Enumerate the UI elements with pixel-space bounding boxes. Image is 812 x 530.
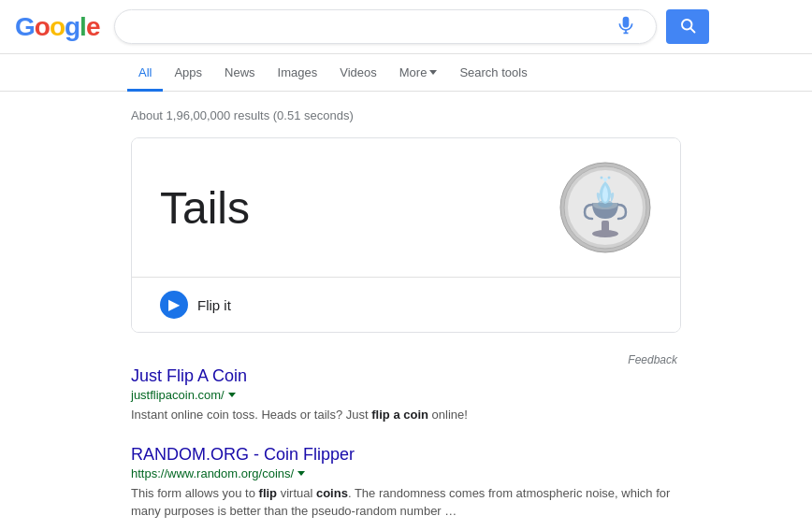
- search-results: Just Flip A Coin justflipacoin.com/ Inst…: [131, 366, 681, 521]
- google-logo: Google: [15, 12, 99, 42]
- tab-apps[interactable]: Apps: [163, 54, 213, 92]
- logo-l: l: [80, 12, 86, 41]
- chevron-down-icon: [429, 70, 437, 75]
- result-snippet-2: This form allows you to flip virtual coi…: [131, 484, 681, 521]
- logo-g2: g: [65, 12, 80, 41]
- logo-g: G: [15, 12, 35, 41]
- svg-line-1: [691, 28, 695, 32]
- url-dropdown-icon-1[interactable]: [228, 393, 236, 397]
- result-title-1[interactable]: Just Flip A Coin: [131, 366, 681, 386]
- result-url-1: justflipacoin.com/: [131, 388, 225, 402]
- svg-point-10: [608, 177, 611, 179]
- result-title-2[interactable]: RANDOM.ORG - Coin Flipper: [131, 445, 681, 465]
- tab-more[interactable]: More: [388, 54, 449, 92]
- search-input[interactable]: Flip a coin: [128, 19, 616, 36]
- microphone-icon[interactable]: [616, 16, 635, 37]
- tab-news[interactable]: News: [213, 54, 267, 92]
- coin-flip-widget: Tails: [131, 137, 681, 333]
- tab-videos[interactable]: Videos: [328, 54, 388, 92]
- results-count: About 1,96,00,000 results (0.51 seconds): [131, 108, 681, 122]
- svg-point-9: [601, 177, 603, 179]
- logo-o1: o: [35, 12, 50, 41]
- result-url-row-2: https://www.random.org/coins/: [131, 466, 681, 480]
- feedback-link[interactable]: Feedback: [628, 353, 677, 366]
- main-content: About 1,96,00,000 results (0.51 seconds)…: [0, 92, 812, 530]
- tab-images[interactable]: Images: [267, 54, 329, 92]
- coin-display: Tails: [132, 138, 680, 277]
- result-url-row-1: justflipacoin.com/: [131, 388, 681, 402]
- search-button[interactable]: [666, 9, 709, 44]
- nav-tabs: All Apps News Images Videos More Search …: [0, 54, 812, 92]
- logo-e: e: [86, 12, 100, 41]
- search-result-2: RANDOM.ORG - Coin Flipper https://www.ra…: [131, 445, 681, 521]
- tab-all[interactable]: All: [127, 54, 163, 92]
- flip-it-label[interactable]: Flip it: [197, 297, 231, 313]
- coin-action-row: ▶ Flip it: [132, 277, 680, 332]
- coin-image: [558, 161, 652, 254]
- arrow-right-icon: ▶: [168, 297, 180, 312]
- logo-o2: o: [50, 12, 65, 41]
- svg-point-8: [603, 178, 607, 181]
- coin-result: Tails: [160, 182, 250, 234]
- url-dropdown-icon-2[interactable]: [297, 471, 305, 476]
- result-snippet-1: Instant online coin toss. Heads or tails…: [131, 406, 681, 424]
- header: Google Flip a coin: [0, 0, 812, 54]
- search-bar: Flip a coin: [114, 9, 657, 44]
- search-result-1: Just Flip A Coin justflipacoin.com/ Inst…: [131, 366, 681, 424]
- result-url-2: https://www.random.org/coins/: [131, 466, 294, 480]
- flip-it-button[interactable]: ▶: [160, 291, 188, 319]
- feedback-row: Feedback: [131, 351, 681, 366]
- svg-rect-6: [602, 221, 609, 234]
- tab-search-tools[interactable]: Search tools: [448, 54, 538, 92]
